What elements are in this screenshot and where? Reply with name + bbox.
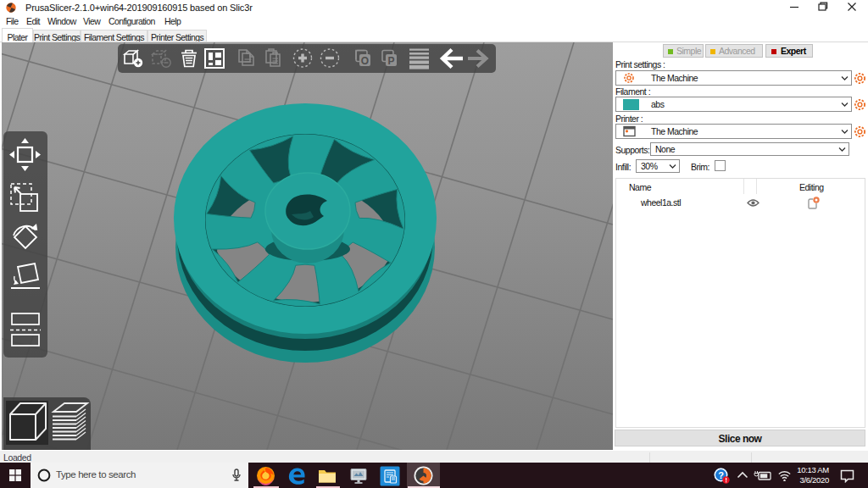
svg-text:P: P xyxy=(387,55,394,67)
svg-text:O: O xyxy=(361,55,369,67)
